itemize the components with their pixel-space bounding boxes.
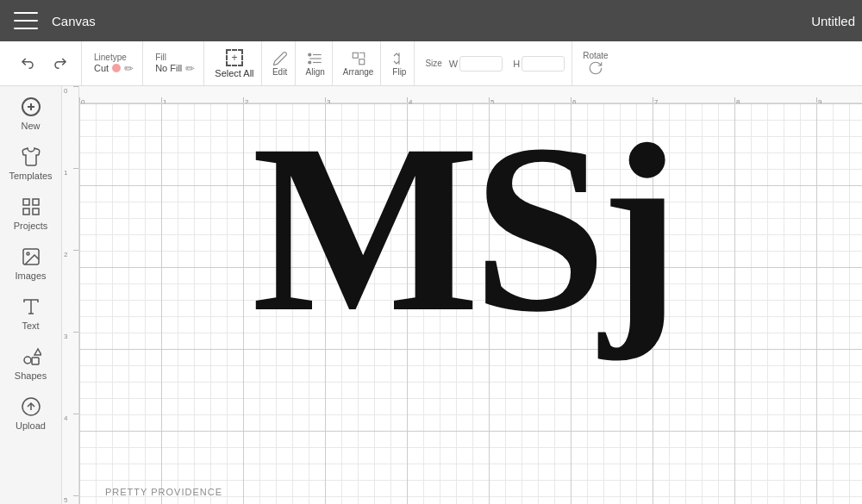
ruler-top-tick-7: 7 bbox=[653, 97, 653, 103]
sidebar-upload-label: Upload bbox=[16, 420, 46, 431]
ruler-top-tick-0: 0 bbox=[79, 97, 80, 103]
size-h-container: H bbox=[513, 56, 565, 72]
svg-rect-12 bbox=[23, 208, 29, 215]
ruler-left-label-0: 0 bbox=[64, 87, 67, 95]
ruler-left-label-2: 2 bbox=[64, 251, 67, 258]
undo-button[interactable] bbox=[12, 53, 43, 75]
ruler-left-label-1: 1 bbox=[64, 169, 67, 177]
svg-point-3 bbox=[308, 53, 310, 56]
ruler-left-label-3: 3 bbox=[64, 333, 67, 340]
sidebar-projects-label: Projects bbox=[14, 221, 48, 231]
size-label: Size bbox=[425, 59, 441, 68]
svg-rect-5 bbox=[353, 53, 358, 58]
sidebar-templates-label: Templates bbox=[9, 171, 52, 181]
arrange-label: Arrange bbox=[343, 67, 374, 77]
sidebar-item-text[interactable]: Text bbox=[2, 289, 60, 338]
ruler-top-tick-2: 2 bbox=[243, 97, 244, 103]
sidebar-new-label: New bbox=[21, 121, 40, 131]
size-group: Size W H bbox=[418, 41, 572, 85]
canvas-content[interactable]: MSj PRETTY PROVIDENCE bbox=[79, 103, 862, 504]
svg-marker-19 bbox=[34, 349, 41, 355]
upload-icon bbox=[21, 396, 41, 417]
shapes-icon bbox=[21, 346, 41, 367]
linetype-label: Linetype bbox=[94, 53, 134, 62]
image-icon bbox=[21, 246, 41, 267]
fill-label: Fill bbox=[155, 53, 195, 62]
monogram-content: MSj bbox=[252, 103, 673, 362]
redo-button[interactable] bbox=[45, 53, 76, 75]
sidebar-item-templates[interactable]: Templates bbox=[2, 140, 60, 188]
align-label: Align bbox=[306, 67, 325, 77]
ruler-top-tick-5: 5 bbox=[489, 97, 490, 103]
svg-point-18 bbox=[24, 357, 31, 364]
document-title: Untitled bbox=[811, 14, 855, 28]
rotate-group: Rotate bbox=[576, 41, 615, 85]
ruler-top-tick-9: 9 bbox=[816, 97, 817, 103]
ruler-left-inner: 012345 bbox=[62, 86, 78, 504]
flip-label: Flip bbox=[392, 67, 406, 77]
text-icon bbox=[21, 296, 41, 317]
size-w-input[interactable] bbox=[459, 56, 503, 72]
size-h-input[interactable] bbox=[522, 56, 565, 72]
ruler-left: 012345 bbox=[62, 86, 79, 504]
plus-icon bbox=[21, 96, 41, 117]
align-button[interactable]: Align bbox=[299, 41, 333, 85]
svg-rect-11 bbox=[33, 199, 39, 205]
watermark: PRETTY PROVIDENCE bbox=[105, 487, 222, 497]
ruler-top: 01234567891011 bbox=[79, 86, 862, 103]
svg-rect-6 bbox=[359, 59, 364, 64]
app-title: Canvas bbox=[52, 14, 96, 28]
edit-button[interactable]: Edit bbox=[265, 41, 296, 85]
sidebar-shapes-label: Shapes bbox=[15, 370, 47, 381]
rotate-label: Rotate bbox=[583, 51, 608, 60]
undo-redo-group bbox=[7, 41, 82, 85]
svg-point-15 bbox=[27, 252, 29, 255]
ruler-top-tick-1: 1 bbox=[161, 97, 162, 103]
sidebar-item-new[interactable]: New bbox=[2, 90, 60, 138]
svg-rect-10 bbox=[23, 199, 29, 205]
sidebar-item-projects[interactable]: Projects bbox=[2, 190, 60, 238]
toolbar: Linetype Cut ✏ Fill No Fill ✏ + Select A… bbox=[0, 41, 862, 86]
ruler-left-label-5: 5 bbox=[64, 496, 67, 504]
main-area: New Templates Projects Images Text Shape… bbox=[0, 86, 862, 504]
linetype-edit-icon[interactable]: ✏ bbox=[124, 62, 134, 75]
ruler-top-tick-6: 6 bbox=[571, 97, 572, 103]
sidebar-item-shapes[interactable]: Shapes bbox=[2, 339, 60, 388]
linetype-color-dot bbox=[112, 64, 121, 72]
sidebar: New Templates Projects Images Text Shape… bbox=[0, 86, 62, 504]
edit-label: Edit bbox=[272, 67, 287, 77]
svg-rect-20 bbox=[32, 358, 39, 364]
canvas-main: 01234567891011 MSj PRETTY PROVIDENCE bbox=[79, 86, 862, 504]
linetype-value: Cut bbox=[94, 63, 109, 73]
rotate-row bbox=[588, 60, 603, 76]
select-all-label: Select All bbox=[215, 68, 253, 78]
arrange-button[interactable]: Arrange bbox=[336, 41, 382, 85]
size-w-container: W bbox=[449, 56, 503, 72]
canvas-area: 012345 01234567891011 MSj PRETTY PROVIDE… bbox=[62, 86, 862, 504]
fill-value: No Fill bbox=[155, 63, 182, 73]
monogram-text[interactable]: MSj bbox=[252, 108, 673, 349]
flip-button[interactable]: Flip bbox=[384, 41, 415, 85]
size-w-label: W bbox=[449, 59, 458, 69]
sidebar-item-images[interactable]: Images bbox=[2, 240, 60, 288]
shirt-icon bbox=[21, 146, 41, 167]
rotate-icon bbox=[588, 60, 603, 76]
select-all-button[interactable]: + Select All bbox=[208, 41, 261, 85]
fill-edit-icon[interactable]: ✏ bbox=[185, 62, 195, 75]
grid-icon bbox=[21, 196, 41, 217]
sidebar-text-label: Text bbox=[22, 320, 39, 331]
ruler-top-tick-3: 3 bbox=[325, 97, 326, 103]
size-h-label: H bbox=[513, 59, 520, 69]
svg-rect-13 bbox=[33, 208, 39, 215]
hamburger-menu-button[interactable] bbox=[14, 12, 38, 29]
ruler-top-tick-8: 8 bbox=[734, 97, 735, 103]
ruler-top-tick-4: 4 bbox=[407, 97, 408, 103]
linetype-row: Cut ✏ bbox=[94, 62, 134, 75]
sidebar-item-upload[interactable]: Upload bbox=[2, 389, 60, 438]
ruler-left-label-4: 4 bbox=[64, 414, 67, 422]
header: Canvas Untitled bbox=[0, 0, 862, 41]
linetype-group: Linetype Cut ✏ bbox=[85, 41, 143, 85]
fill-row: No Fill ✏ bbox=[155, 62, 195, 75]
sidebar-images-label: Images bbox=[15, 271, 46, 281]
svg-point-4 bbox=[308, 61, 310, 64]
